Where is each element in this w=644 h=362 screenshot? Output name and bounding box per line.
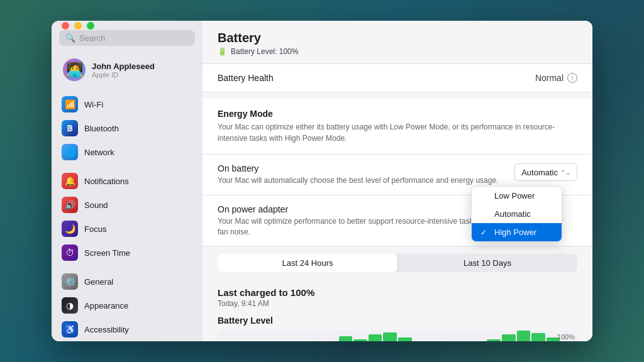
close-button[interactable] — [62, 22, 69, 30]
bluetooth-icon: 𝔹 — [62, 120, 78, 136]
energy-mode-desc: Your Mac can optimize either its battery… — [218, 121, 577, 144]
time-selector: Last 24 Hours Last 10 Days — [218, 254, 577, 272]
system-settings-window: 🔍 Search 🧑‍💻 John Appleseed Apple ID 📶 W… — [52, 21, 592, 341]
sidebar-label-accessibility: Accessibility — [84, 325, 129, 334]
on-battery-title: On battery — [218, 163, 504, 173]
page-title: Battery — [218, 31, 577, 45]
search-input[interactable]: Search — [79, 33, 105, 43]
dropdown-item-low-power[interactable]: Low Power — [472, 187, 562, 205]
sidebar-item-screentime[interactable]: ⏱ Screen Time — [55, 241, 199, 265]
battery-level-header: 🔋 Battery Level: 100% — [218, 47, 577, 56]
chart-bar — [369, 334, 382, 341]
main-header: Battery 🔋 Battery Level: 100% — [203, 21, 592, 64]
battery-health-row: Battery Health Normal i — [203, 64, 592, 92]
time-btn-24h[interactable]: Last 24 Hours — [218, 254, 397, 272]
user-info: John Appleseed Apple ID — [92, 62, 155, 79]
chart-bar — [502, 334, 516, 341]
search-box[interactable]: 🔍 Search — [59, 30, 195, 46]
chart-bar — [487, 339, 501, 341]
main-scrollable: Battery Health Normal i Energy Mode Your… — [203, 64, 592, 341]
maximize-button[interactable] — [87, 22, 94, 30]
sidebar-label-focus: Focus — [84, 224, 106, 234]
general-icon: ⚙️ — [62, 273, 78, 290]
sidebar-section-system: 🔔 Notifications 🔊 Sound 🌙 Focus ⏱ Screen… — [52, 169, 203, 265]
user-section[interactable]: 🧑‍💻 John Appleseed Apple ID — [55, 53, 199, 86]
accessibility-icon: ♿ — [62, 321, 78, 337]
dropdown-label-automatic: Automatic — [494, 209, 531, 219]
main-content-area: Battery 🔋 Battery Level: 100% Battery He… — [203, 21, 592, 341]
sidebar-item-bluetooth[interactable]: 𝔹 Bluetooth — [55, 116, 199, 140]
sidebar-label-network: Network — [84, 148, 114, 157]
dropdown-label-high-power: High Power — [494, 228, 536, 237]
high-power-check: ✓ — [480, 228, 489, 237]
titlebar — [52, 21, 203, 30]
on-battery-left: On battery Your Mac will automatically c… — [218, 163, 514, 186]
sidebar-label-general: General — [84, 277, 113, 287]
on-battery-dropdown-button[interactable]: Automatic ⌃⌄ — [514, 163, 577, 181]
health-info-button[interactable]: i — [567, 73, 577, 83]
sidebar-section-network: 📶 Wi-Fi 𝔹 Bluetooth 🌐 Network — [52, 92, 203, 164]
on-battery-row: On battery Your Mac will automatically c… — [203, 155, 592, 195]
sidebar-label-wifi: Wi-Fi — [84, 100, 103, 109]
notifications-icon: 🔔 — [62, 173, 78, 189]
battery-chart: 100% — [218, 331, 577, 341]
sidebar-item-wifi[interactable]: 📶 Wi-Fi — [55, 92, 199, 116]
sidebar-item-accessibility[interactable]: ♿ Accessibility — [55, 317, 199, 341]
wifi-icon: 📶 — [62, 96, 78, 112]
charge-sub: Today, 9:41 AM — [218, 299, 577, 308]
search-icon: 🔍 — [65, 33, 75, 43]
health-value: Normal i — [535, 73, 577, 83]
appearance-icon: ◑ — [62, 297, 78, 314]
battery-chart-section: Battery Level 100% — [203, 310, 592, 341]
on-battery-desc: Your Mac will automatically choose the b… — [218, 175, 504, 186]
dropdown-chevron-icon: ⌃⌄ — [560, 169, 570, 176]
energy-mode-title: Energy Mode — [218, 109, 577, 119]
sidebar-label-bluetooth: Bluetooth — [84, 124, 119, 133]
dropdown-item-high-power[interactable]: ✓ High Power — [472, 223, 562, 241]
sidebar-label-appearance: Appearance — [84, 301, 128, 310]
user-sub: Apple ID — [92, 71, 155, 79]
avatar: 🧑‍💻 — [63, 58, 86, 81]
sidebar-item-sound[interactable]: 🔊 Sound — [55, 193, 199, 217]
sidebar: 🔍 Search 🧑‍💻 John Appleseed Apple ID 📶 W… — [52, 21, 203, 341]
chart-max-label: 100% — [557, 333, 575, 341]
chart-bar — [531, 333, 545, 341]
sidebar-item-appearance[interactable]: ◑ Appearance — [55, 293, 199, 317]
screentime-icon: ⏱ — [62, 244, 78, 261]
charge-title: Last charged to 100% — [218, 287, 577, 298]
chart-bars — [218, 331, 577, 341]
on-battery-dropdown-menu: Low Power Automatic ✓ High Power — [471, 186, 562, 242]
health-label: Battery Health — [218, 73, 274, 83]
sidebar-item-network[interactable]: 🌐 Network — [55, 140, 199, 164]
sidebar-section-preferences: ⚙️ General ◑ Appearance ♿ Accessibility — [52, 270, 203, 341]
sidebar-item-focus[interactable]: 🌙 Focus — [55, 217, 199, 241]
on-battery-current-value: Automatic — [521, 168, 558, 177]
dropdown-item-automatic[interactable]: Automatic — [472, 205, 562, 223]
battery-chart-title: Battery Level — [218, 315, 577, 326]
sidebar-label-screentime: Screen Time — [84, 248, 130, 258]
energy-mode-section: Energy Mode Your Mac can optimize either… — [203, 99, 592, 155]
network-icon: 🌐 — [62, 144, 78, 160]
sidebar-item-notifications[interactable]: 🔔 Notifications — [55, 169, 199, 193]
chart-bar — [383, 332, 397, 341]
battery-icon: 🔋 — [218, 47, 227, 56]
chart-bar — [398, 337, 412, 341]
minimize-button[interactable] — [74, 22, 82, 30]
dropdown-label-low-power: Low Power — [494, 191, 535, 200]
chart-bar — [353, 339, 367, 341]
time-btn-10d[interactable]: Last 10 Days — [397, 254, 577, 272]
focus-icon: 🌙 — [62, 221, 78, 237]
on-battery-dropdown-container: Automatic ⌃⌄ Low Power Automatic — [514, 163, 577, 181]
sidebar-label-sound: Sound — [84, 200, 108, 210]
sidebar-label-notifications: Notifications — [84, 177, 129, 186]
health-status: Normal — [535, 73, 564, 83]
chart-bar — [517, 331, 531, 341]
battery-level-text: Battery Level: 100% — [231, 47, 298, 56]
charge-info: Last charged to 100% Today, 9:41 AM — [203, 280, 592, 310]
chart-bar — [339, 336, 353, 341]
sound-icon: 🔊 — [62, 197, 78, 213]
sidebar-item-general[interactable]: ⚙️ General — [55, 270, 199, 293]
user-name: John Appleseed — [92, 62, 155, 71]
